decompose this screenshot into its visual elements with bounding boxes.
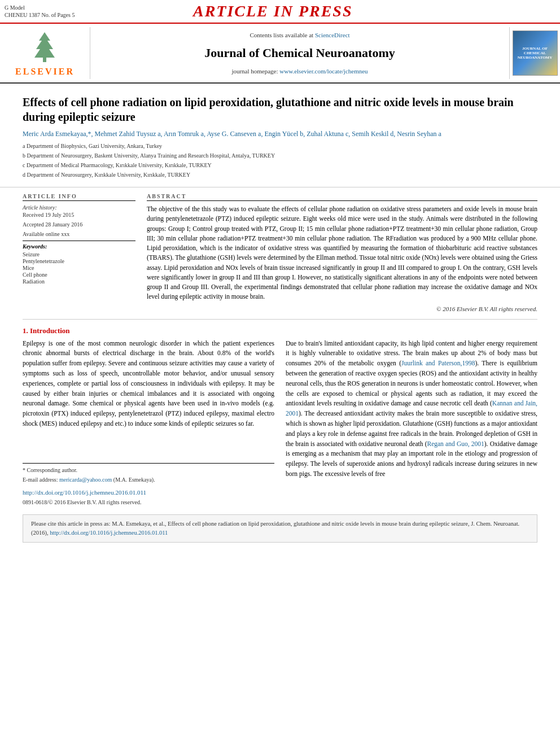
elsevier-text: ELSEVIER	[15, 67, 75, 77]
journal-header: ELSEVIER Contents lists available at Sci…	[0, 24, 560, 84]
article-info-abstract-row: ARTICLE INFO Article history: Received 1…	[23, 193, 537, 320]
accepted-value: Accepted 28 January 2016	[23, 221, 135, 228]
intro-num: 1.	[23, 326, 28, 335]
email-line: E-mail address: mericarda@yahoo.com (M.A…	[23, 475, 274, 484]
authors: Meric Arda Esmekayaa,*, Mehmet Zahid Tuy…	[23, 130, 537, 138]
top-banner: G Model CHENEU 1387 No. of Pages 5 ARTIC…	[0, 0, 560, 24]
article-title: Effects of cell phone radiation on lipid…	[23, 95, 537, 124]
homepage-link[interactable]: www.elsevier.com/locate/jchemneu	[279, 68, 368, 75]
main-content: ARTICLE INFO Article history: Received 1…	[0, 187, 560, 548]
doi-line: http://dx.doi.org/10.1016/j.jchemneu.201…	[23, 488, 274, 497]
citation-doi-link[interactable]: http://dx.doi.org/10.1016/j.jchemneu.201…	[50, 530, 168, 536]
affil-c: c Department of Medical Pharmacology, Kı…	[23, 161, 537, 169]
affil-a: a Department of Biophysics, Gazi Univers…	[23, 142, 537, 150]
abstract-column: ABSTRACT The objective of the this study…	[147, 193, 537, 312]
contents-label: Contents lists available at	[250, 32, 313, 38]
ref-kannan[interactable]: Kannan and Jain, 2001	[286, 400, 537, 417]
journal-homepage: journal homepage: www.elsevier.com/locat…	[231, 68, 368, 75]
elsevier-logo: ELSEVIER	[15, 29, 75, 77]
introduction-section: 1. Introduction Epilepsy is one of the m…	[23, 326, 537, 507]
journal-thumb-area: JOURNAL OF CHEMICAL NEUROANATOMY	[509, 27, 560, 79]
article-info-column: ARTICLE INFO Article history: Received 1…	[23, 193, 135, 312]
copyright: © 2016 Elsevier B.V. All rights reserved…	[147, 305, 537, 312]
ref-regan[interactable]: Regan and Guo, 2001	[427, 440, 484, 447]
svg-rect-1	[43, 58, 46, 62]
intro-title: 1. Introduction	[23, 326, 537, 335]
keywords-label: Keywords:	[23, 241, 135, 250]
thumb-text: JOURNAL OF CHEMICAL NEUROANATOMY	[515, 46, 555, 60]
article-header: Effects of cell phone radiation on lipid…	[0, 84, 560, 187]
sciencedirect-link[interactable]: ScienceDirect	[315, 32, 350, 38]
model-id: CHENEU 1387 No. of Pages 5	[5, 12, 75, 18]
homepage-label: journal homepage:	[231, 68, 278, 75]
article-in-press-banner: ARTICLE IN PRESS	[193, 2, 353, 20]
intro-right-text: Due to brain's limited antioxidant capac…	[286, 339, 537, 479]
keyword-1: Pentylenetetrazole	[23, 258, 135, 264]
keyword-0: Seizure	[23, 251, 135, 257]
corresponding-label: * Corresponding author.	[23, 467, 77, 473]
journal-thumbnail: JOURNAL OF CHEMICAL NEUROANATOMY	[513, 30, 558, 76]
affiliations: a Department of Biophysics, Gazi Univers…	[23, 142, 537, 179]
journal-title-area: Contents lists available at ScienceDirec…	[90, 27, 509, 79]
elsevier-logo-area: ELSEVIER	[0, 27, 90, 79]
abstract-text: The objective of the this study was to e…	[147, 204, 537, 302]
intro-body: Epilepsy is one of the most common neuro…	[23, 339, 537, 507]
intro-left-col: Epilepsy is one of the most common neuro…	[23, 339, 274, 507]
keyword-3: Cell phone	[23, 272, 135, 278]
sciencedirect-line: Contents lists available at ScienceDirec…	[250, 32, 349, 38]
citation-bar: Please cite this article in press as: M.…	[23, 514, 537, 543]
article-in-press-label: ARTICLE IN PRESS	[193, 2, 353, 20]
footnotes: * Corresponding author. E-mail address: …	[23, 463, 274, 484]
available-value: Available online xxx	[23, 231, 135, 237]
history-label: Article history:	[23, 204, 135, 211]
journal-title: Journal of Chemical Neuroanatomy	[204, 46, 395, 60]
model-info: G Model CHENEU 1387 No. of Pages 5	[5, 4, 75, 19]
elsevier-tree-icon	[28, 29, 62, 63]
email-label: E-mail address:	[23, 477, 58, 483]
intro-left-text: Epilepsy is one of the most common neuro…	[23, 339, 274, 429]
corresponding-author: * Corresponding author.	[23, 466, 274, 475]
affil-b: b Department of Neurosurgery, Baskent Un…	[23, 151, 537, 160]
intro-label: Introduction	[30, 326, 70, 335]
article-info-header: ARTICLE INFO	[23, 193, 135, 201]
model-label: G Model	[5, 5, 25, 11]
keyword-4: Radiation	[23, 278, 135, 285]
affil-d: d Department of Neurosurgery, Kırıkkale …	[23, 171, 537, 179]
ref-juurlink[interactable]: Juurlink and Paterson,1998	[401, 360, 475, 366]
intro-right-col: Due to brain's limited antioxidant capac…	[286, 339, 537, 507]
received-value: Received 19 July 2015	[23, 212, 135, 218]
abstract-header: ABSTRACT	[147, 193, 537, 201]
keyword-2: Mice	[23, 265, 135, 271]
email-link[interactable]: mericarda@yahoo.com	[59, 477, 112, 483]
rights-line: 0891-0618/© 2016 Elsevier B.V. All right…	[23, 498, 274, 507]
doi-link[interactable]: http://dx.doi.org/10.1016/j.jchemneu.201…	[23, 489, 146, 496]
email-suffix: (M.A. Esmekaya).	[113, 477, 155, 483]
